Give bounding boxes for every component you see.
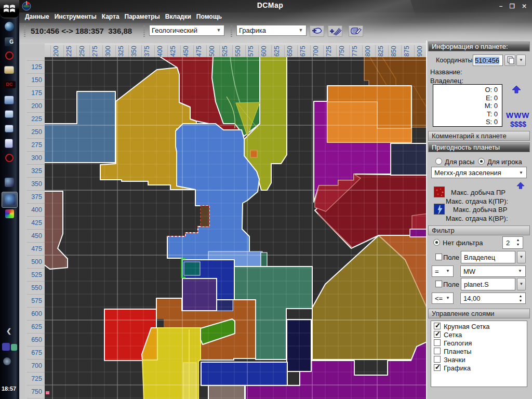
- svg-text:200: 200: [31, 102, 42, 110]
- svg-text:750: 750: [31, 388, 42, 395]
- svg-text:875: 875: [403, 46, 410, 57]
- svg-text:600: 600: [260, 46, 268, 57]
- svg-text:500: 500: [31, 258, 42, 265]
- svg-text:800: 800: [364, 46, 371, 57]
- svg-text:900: 900: [416, 46, 423, 57]
- svg-text:475: 475: [195, 46, 203, 57]
- svg-text:675: 675: [299, 46, 307, 57]
- svg-text:650: 650: [31, 336, 42, 343]
- svg-text:825: 825: [377, 46, 384, 57]
- svg-text:450: 450: [31, 232, 42, 240]
- svg-text:725: 725: [31, 375, 42, 382]
- svg-text:525: 525: [31, 271, 42, 278]
- svg-text:575: 575: [31, 297, 42, 304]
- svg-text:325: 325: [117, 46, 125, 57]
- svg-text:600: 600: [31, 310, 42, 317]
- svg-text:125: 125: [31, 63, 42, 71]
- svg-text:750: 750: [338, 46, 345, 57]
- svg-text:625: 625: [273, 46, 281, 57]
- svg-text:250: 250: [78, 46, 86, 57]
- svg-text:525: 525: [221, 46, 229, 57]
- svg-text:675: 675: [31, 349, 42, 356]
- svg-text:700: 700: [312, 46, 320, 57]
- svg-text:225: 225: [65, 46, 73, 57]
- svg-text:700: 700: [31, 362, 42, 369]
- svg-text:225: 225: [31, 115, 42, 123]
- svg-text:275: 275: [91, 46, 99, 57]
- svg-text:425: 425: [31, 219, 42, 227]
- svg-text:400: 400: [156, 46, 164, 57]
- svg-text:450: 450: [182, 46, 190, 57]
- svg-text:175: 175: [31, 89, 42, 97]
- svg-text:375: 375: [31, 193, 42, 201]
- svg-text:400: 400: [31, 206, 42, 214]
- svg-text:275: 275: [31, 141, 42, 149]
- svg-text:500: 500: [208, 46, 216, 57]
- svg-text:475: 475: [31, 245, 42, 252]
- svg-text:775: 775: [351, 46, 358, 57]
- svg-text:150: 150: [31, 76, 42, 84]
- svg-text:300: 300: [104, 46, 112, 57]
- svg-text:550: 550: [31, 284, 42, 291]
- svg-text:725: 725: [325, 46, 332, 57]
- svg-text:575: 575: [247, 46, 255, 57]
- svg-text:350: 350: [130, 46, 138, 57]
- svg-text:350: 350: [31, 180, 42, 188]
- svg-text:625: 625: [31, 323, 42, 330]
- svg-text:425: 425: [169, 46, 177, 57]
- svg-text:850: 850: [390, 46, 397, 57]
- svg-text:325: 325: [31, 167, 42, 175]
- svg-text:550: 550: [234, 46, 242, 57]
- svg-text:250: 250: [31, 128, 42, 136]
- svg-text:375: 375: [143, 46, 151, 57]
- svg-text:650: 650: [286, 46, 294, 57]
- svg-text:200: 200: [52, 46, 60, 57]
- svg-text:300: 300: [31, 154, 42, 162]
